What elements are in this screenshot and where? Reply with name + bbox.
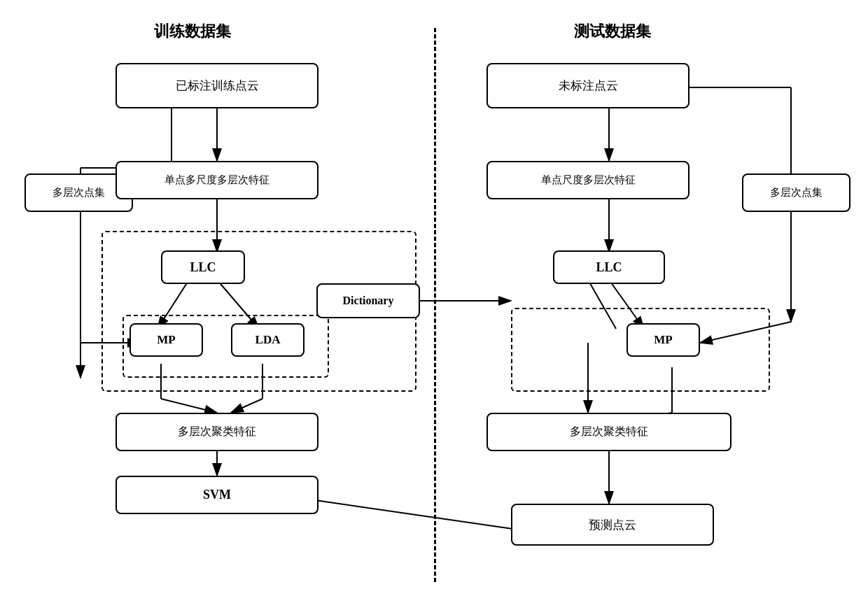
box-train-cluster: 多层次聚类特征 <box>115 413 318 451</box>
box-lda-train: LDA <box>231 323 304 357</box>
box-predict: 预测点云 <box>511 504 714 546</box>
label-mp-train: MP <box>157 333 175 347</box>
label-dictionary: Dictionary <box>343 295 394 307</box>
svg-line-15 <box>315 500 532 532</box>
label-test-single-feature: 单点尺度多层次特征 <box>541 173 636 187</box>
label-llc-test: LLC <box>596 260 622 275</box>
label-predict: 预测点云 <box>589 517 636 533</box>
box-mp-train: MP <box>130 323 203 357</box>
box-svm: SVM <box>115 476 318 514</box>
label-test-multi-point: 多层次点集 <box>770 186 822 199</box>
box-train-single-feature: 单点多尺度多层次特征 <box>115 161 318 199</box>
box-test-cluster: 多层次聚类特征 <box>486 413 732 451</box>
box-llc-test: LLC <box>553 250 665 284</box>
box-llc-train: LLC <box>161 250 245 284</box>
label-train-cluster: 多层次聚类特征 <box>178 425 256 439</box>
svg-line-13 <box>231 399 262 413</box>
label-train-single-feature: 单点多尺度多层次特征 <box>164 173 270 187</box>
title-left: 训练数据集 <box>154 21 231 42</box>
divider <box>434 28 436 582</box>
box-test-cloud: 未标注点云 <box>486 63 690 108</box>
label-test-cloud: 未标注点云 <box>559 78 618 94</box>
box-dictionary: Dictionary <box>316 283 420 318</box>
label-llc-train: LLC <box>190 260 216 275</box>
label-mp-test: MP <box>654 333 672 347</box>
label-svm: SVM <box>203 488 231 502</box>
title-right: 测试数据集 <box>574 21 651 42</box>
box-mp-test: MP <box>626 323 700 357</box>
diagram-container: 训练数据集 测试数据集 <box>0 0 868 610</box>
svg-line-11 <box>161 399 217 413</box>
box-train-cloud: 已标注训练点云 <box>115 63 318 108</box>
box-test-multi-point: 多层次点集 <box>742 173 850 212</box>
label-lda-train: LDA <box>255 333 281 347</box>
label-test-cluster: 多层次聚类特征 <box>570 425 648 439</box>
label-train-cloud: 已标注训练点云 <box>176 78 259 94</box>
box-test-single-feature: 单点尺度多层次特征 <box>486 161 690 199</box>
label-train-multi-point: 多层次点集 <box>52 186 105 199</box>
